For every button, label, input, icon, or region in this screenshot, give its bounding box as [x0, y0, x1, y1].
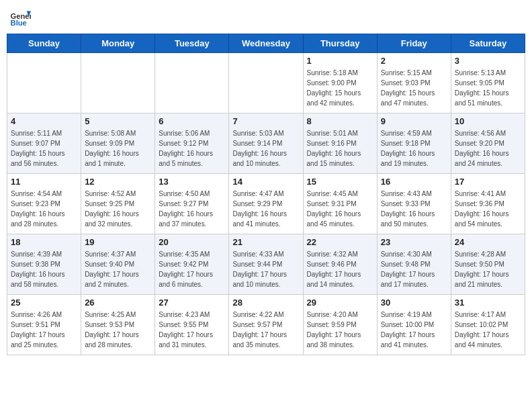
- calendar-cell: 28Sunrise: 4:22 AM Sunset: 9:57 PM Dayli…: [229, 295, 303, 355]
- calendar-cell: 29Sunrise: 4:20 AM Sunset: 9:59 PM Dayli…: [303, 295, 377, 355]
- calendar-cell: 13Sunrise: 4:50 AM Sunset: 9:27 PM Dayli…: [155, 174, 229, 234]
- day-info: Sunrise: 5:18 AM Sunset: 9:00 PM Dayligh…: [307, 68, 373, 108]
- day-info: Sunrise: 4:25 AM Sunset: 9:53 PM Dayligh…: [85, 310, 151, 350]
- day-info: Sunrise: 4:19 AM Sunset: 10:00 PM Daylig…: [381, 310, 447, 350]
- day-info: Sunrise: 5:01 AM Sunset: 9:16 PM Dayligh…: [307, 128, 373, 169]
- calendar-cell: 30Sunrise: 4:19 AM Sunset: 10:00 PM Dayl…: [377, 295, 451, 355]
- day-number: 12: [85, 177, 151, 187]
- calendar-cell: 11Sunrise: 4:54 AM Sunset: 9:23 PM Dayli…: [7, 174, 81, 234]
- calendar-cell: 7Sunrise: 5:03 AM Sunset: 9:14 PM Daylig…: [229, 113, 303, 174]
- day-number: 13: [159, 177, 225, 187]
- calendar-cell: 15Sunrise: 4:45 AM Sunset: 9:31 PM Dayli…: [303, 174, 377, 234]
- day-number: 29: [307, 298, 373, 308]
- calendar-cell: [7, 53, 81, 113]
- calendar-cell: 27Sunrise: 4:23 AM Sunset: 9:55 PM Dayli…: [155, 295, 229, 355]
- week-row-5: 25Sunrise: 4:26 AM Sunset: 9:51 PM Dayli…: [7, 295, 525, 355]
- week-row-2: 4Sunrise: 5:11 AM Sunset: 9:07 PM Daylig…: [7, 113, 525, 174]
- calendar-cell: 21Sunrise: 4:33 AM Sunset: 9:44 PM Dayli…: [229, 234, 303, 295]
- day-info: Sunrise: 4:23 AM Sunset: 9:55 PM Dayligh…: [159, 310, 225, 350]
- day-number: 14: [232, 177, 299, 187]
- calendar-cell: [81, 53, 155, 113]
- day-info: Sunrise: 4:41 AM Sunset: 9:36 PM Dayligh…: [455, 189, 521, 229]
- day-number: 15: [307, 177, 373, 187]
- calendar-cell: 12Sunrise: 4:52 AM Sunset: 9:25 PM Dayli…: [81, 174, 155, 234]
- day-number: 8: [307, 116, 373, 126]
- calendar-cell: 17Sunrise: 4:41 AM Sunset: 9:36 PM Dayli…: [451, 174, 525, 234]
- day-number: 16: [381, 177, 447, 187]
- calendar-table: SundayMondayTuesdayWednesdayThursdayFrid…: [7, 34, 525, 355]
- calendar-cell: 9Sunrise: 4:59 AM Sunset: 9:18 PM Daylig…: [377, 113, 451, 174]
- day-info: Sunrise: 4:17 AM Sunset: 10:02 PM Daylig…: [455, 310, 521, 350]
- day-number: 31: [455, 298, 521, 308]
- calendar-cell: 19Sunrise: 4:37 AM Sunset: 9:40 PM Dayli…: [81, 234, 155, 295]
- day-info: Sunrise: 4:56 AM Sunset: 9:20 PM Dayligh…: [455, 128, 521, 169]
- week-row-3: 11Sunrise: 4:54 AM Sunset: 9:23 PM Dayli…: [7, 174, 525, 234]
- day-number: 9: [381, 116, 447, 126]
- day-info: Sunrise: 4:39 AM Sunset: 9:38 PM Dayligh…: [11, 249, 77, 289]
- calendar-cell: 8Sunrise: 5:01 AM Sunset: 9:16 PM Daylig…: [303, 113, 377, 174]
- day-number: 26: [85, 298, 151, 308]
- calendar-cell: 1Sunrise: 5:18 AM Sunset: 9:00 PM Daylig…: [303, 53, 377, 113]
- week-row-1: 1Sunrise: 5:18 AM Sunset: 9:00 PM Daylig…: [7, 53, 525, 113]
- day-number: 17: [455, 177, 521, 187]
- calendar-cell: 22Sunrise: 4:32 AM Sunset: 9:46 PM Dayli…: [303, 234, 377, 295]
- day-number: 2: [381, 56, 447, 66]
- day-info: Sunrise: 4:30 AM Sunset: 9:48 PM Dayligh…: [381, 249, 447, 289]
- day-number: 28: [232, 298, 299, 308]
- day-number: 11: [11, 177, 77, 187]
- day-info: Sunrise: 4:47 AM Sunset: 9:29 PM Dayligh…: [232, 189, 299, 229]
- day-number: 27: [159, 298, 225, 308]
- calendar-cell: 10Sunrise: 4:56 AM Sunset: 9:20 PM Dayli…: [451, 113, 525, 174]
- day-info: Sunrise: 4:32 AM Sunset: 9:46 PM Dayligh…: [307, 249, 373, 289]
- calendar-cell: 4Sunrise: 5:11 AM Sunset: 9:07 PM Daylig…: [7, 113, 81, 174]
- day-number: 6: [159, 116, 225, 126]
- calendar-cell: 14Sunrise: 4:47 AM Sunset: 9:29 PM Dayli…: [229, 174, 303, 234]
- calendar-cell: 5Sunrise: 5:08 AM Sunset: 9:09 PM Daylig…: [81, 113, 155, 174]
- day-info: Sunrise: 4:59 AM Sunset: 9:18 PM Dayligh…: [381, 128, 447, 169]
- day-info: Sunrise: 5:03 AM Sunset: 9:14 PM Dayligh…: [232, 128, 299, 169]
- calendar-cell: 23Sunrise: 4:30 AM Sunset: 9:48 PM Dayli…: [377, 234, 451, 295]
- logo-icon: General Blue: [9, 7, 31, 28]
- day-number: 4: [11, 116, 77, 126]
- calendar-cell: 3Sunrise: 5:13 AM Sunset: 9:05 PM Daylig…: [451, 53, 525, 113]
- day-info: Sunrise: 5:11 AM Sunset: 9:07 PM Dayligh…: [11, 128, 77, 169]
- day-info: Sunrise: 4:45 AM Sunset: 9:31 PM Dayligh…: [307, 189, 373, 229]
- day-info: Sunrise: 4:33 AM Sunset: 9:44 PM Dayligh…: [232, 249, 299, 289]
- calendar-cell: 6Sunrise: 5:06 AM Sunset: 9:12 PM Daylig…: [155, 113, 229, 174]
- calendar-cell: 31Sunrise: 4:17 AM Sunset: 10:02 PM Dayl…: [451, 295, 525, 355]
- logo: General Blue: [9, 7, 31, 28]
- day-number: 19: [85, 237, 151, 247]
- calendar-cell: 25Sunrise: 4:26 AM Sunset: 9:51 PM Dayli…: [7, 295, 81, 355]
- day-number: 24: [455, 237, 521, 247]
- day-info: Sunrise: 4:20 AM Sunset: 9:59 PM Dayligh…: [307, 310, 373, 350]
- day-info: Sunrise: 4:50 AM Sunset: 9:27 PM Dayligh…: [159, 189, 225, 229]
- day-info: Sunrise: 5:06 AM Sunset: 9:12 PM Dayligh…: [159, 128, 225, 169]
- day-header-sunday: Sunday: [7, 34, 81, 53]
- day-info: Sunrise: 4:54 AM Sunset: 9:23 PM Dayligh…: [11, 189, 77, 229]
- day-number: 7: [232, 116, 299, 126]
- calendar-cell: 26Sunrise: 4:25 AM Sunset: 9:53 PM Dayli…: [81, 295, 155, 355]
- day-number: 1: [307, 56, 373, 66]
- day-number: 20: [159, 237, 225, 247]
- day-headers-row: SundayMondayTuesdayWednesdayThursdayFrid…: [7, 34, 525, 53]
- calendar-cell: 24Sunrise: 4:28 AM Sunset: 9:50 PM Dayli…: [451, 234, 525, 295]
- day-info: Sunrise: 4:35 AM Sunset: 9:42 PM Dayligh…: [159, 249, 225, 289]
- day-number: 3: [455, 56, 521, 66]
- day-info: Sunrise: 4:22 AM Sunset: 9:57 PM Dayligh…: [232, 310, 299, 350]
- calendar-cell: [229, 53, 303, 113]
- day-info: Sunrise: 4:52 AM Sunset: 9:25 PM Dayligh…: [85, 189, 151, 229]
- day-info: Sunrise: 4:26 AM Sunset: 9:51 PM Dayligh…: [11, 310, 77, 350]
- day-info: Sunrise: 5:08 AM Sunset: 9:09 PM Dayligh…: [85, 128, 151, 169]
- day-number: 21: [232, 237, 299, 247]
- day-number: 30: [381, 298, 447, 308]
- svg-text:Blue: Blue: [11, 19, 27, 27]
- day-info: Sunrise: 4:43 AM Sunset: 9:33 PM Dayligh…: [381, 189, 447, 229]
- calendar-cell: 16Sunrise: 4:43 AM Sunset: 9:33 PM Dayli…: [377, 174, 451, 234]
- day-info: Sunrise: 5:13 AM Sunset: 9:05 PM Dayligh…: [455, 68, 521, 108]
- day-number: 23: [381, 237, 447, 247]
- header: General Blue: [7, 7, 525, 28]
- calendar-cell: 20Sunrise: 4:35 AM Sunset: 9:42 PM Dayli…: [155, 234, 229, 295]
- day-header-saturday: Saturday: [451, 34, 525, 53]
- week-row-4: 18Sunrise: 4:39 AM Sunset: 9:38 PM Dayli…: [7, 234, 525, 295]
- day-header-thursday: Thursday: [303, 34, 377, 53]
